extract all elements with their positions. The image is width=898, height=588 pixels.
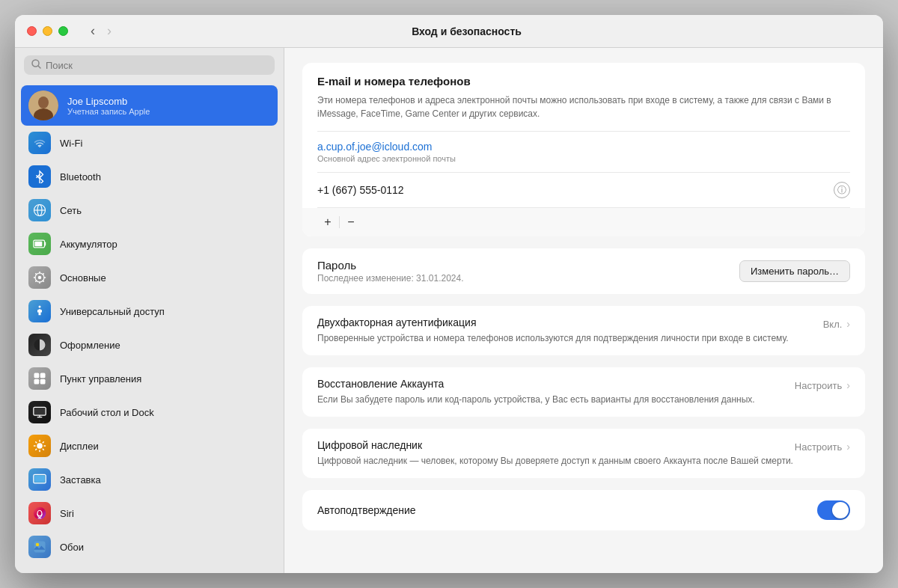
- recovery-row[interactable]: Восстановление Аккаунта Если Вы забудете…: [302, 367, 865, 417]
- remove-button[interactable]: −: [340, 214, 361, 230]
- bluetooth-label: Bluetooth: [60, 171, 101, 183]
- svg-rect-21: [34, 407, 46, 415]
- auto-confirm-toggle[interactable]: [817, 500, 850, 520]
- tfa-title: Двухфакторная аутентификация: [317, 316, 823, 328]
- recovery-chevron-icon: ›: [846, 379, 850, 391]
- sidebar-item-user[interactable]: Joe Lipscomb Учетная запись Apple: [21, 85, 278, 126]
- svg-rect-11: [34, 242, 42, 247]
- close-button[interactable]: [27, 26, 37, 36]
- battery-icon: [28, 233, 51, 255]
- auto-confirm-section-card: Автоподтверждение: [302, 490, 865, 530]
- svg-point-24: [37, 443, 43, 449]
- add-remove-row: + −: [302, 208, 865, 236]
- tfa-left: Двухфакторная аутентификация Проверенные…: [317, 316, 823, 345]
- sidebar-item-siri[interactable]: Siri: [21, 497, 278, 530]
- displays-icon: [28, 435, 51, 457]
- sidebar-list: Joe Lipscomb Учетная запись Apple: [15, 82, 284, 573]
- chevron-right-icon: ›: [846, 318, 850, 330]
- tfa-desc: Проверенные устройства и номера телефоно…: [317, 331, 823, 345]
- svg-rect-26: [34, 476, 44, 482]
- recovery-section-card: Восстановление Аккаунта Если Вы забудете…: [302, 367, 865, 417]
- email-section-card: E-mail и номера телефонов Эти номера тел…: [302, 63, 865, 236]
- heir-desc: Цифровой наследник — человек, которому В…: [317, 454, 795, 468]
- recovery-desc: Если Вы забудете пароль или код-пароль у…: [317, 393, 795, 406]
- wifi-icon: [28, 132, 51, 154]
- avatar: [28, 91, 58, 120]
- sidebar-item-wifi[interactable]: Wi-Fi: [21, 126, 278, 159]
- window-title: Вход и безопасность: [62, 25, 871, 37]
- svg-line-1: [38, 66, 40, 68]
- svg-point-15: [39, 306, 41, 308]
- main-window: ‹ › Вход и безопасность: [15, 15, 883, 573]
- tfa-row[interactable]: Двухфакторная аутентификация Проверенные…: [302, 306, 865, 355]
- appearance-icon: [28, 334, 51, 356]
- auto-confirm-title: Автоподтверждение: [317, 504, 416, 516]
- main-content: E-mail и номера телефонов Эти номера тел…: [284, 48, 883, 573]
- search-wrapper[interactable]: [24, 55, 275, 75]
- search-input[interactable]: [46, 60, 267, 71]
- heir-left: Цифровой наследник Цифровой наследник — …: [317, 439, 795, 468]
- email-sublabel: Основной адрес электронной почты: [317, 154, 456, 163]
- network-icon: [28, 199, 51, 221]
- minimize-button[interactable]: [43, 26, 52, 36]
- user-info: Joe Lipscomb Учетная запись Apple: [67, 96, 150, 116]
- heir-section-card: Цифровой наследник Цифровой наследник — …: [302, 429, 865, 478]
- btn-divider: [339, 216, 340, 228]
- accessibility-label: Универсальный доступ: [60, 306, 165, 317]
- sidebar-item-wallpaper[interactable]: Обои: [21, 530, 278, 563]
- heir-row[interactable]: Цифровой наследник Цифровой наследник — …: [302, 429, 865, 478]
- heir-title: Цифровой наследник: [317, 439, 795, 451]
- network-label: Сеть: [60, 205, 82, 216]
- svg-rect-31: [34, 542, 46, 553]
- info-button[interactable]: ⓘ: [834, 182, 850, 198]
- search-bar-container: [15, 48, 284, 82]
- desktop-icon: [28, 401, 51, 423]
- sidebar-item-general[interactable]: Основные: [21, 261, 278, 294]
- password-title: Пароль: [317, 259, 464, 272]
- user-name: Joe Lipscomb: [67, 96, 150, 107]
- desktop-label: Рабочий стол и Dock: [60, 407, 154, 418]
- wifi-label: Wi-Fi: [60, 138, 82, 149]
- add-button[interactable]: +: [317, 214, 338, 230]
- email-value: a.cup.of.joe@icloud.com: [317, 141, 456, 153]
- wallpaper-label: Обои: [60, 542, 84, 553]
- sidebar-item-battery[interactable]: Аккумулятор: [21, 227, 278, 260]
- recovery-title: Восстановление Аккаунта: [317, 378, 795, 390]
- tfa-status: Вкл.: [823, 319, 843, 330]
- sidebar-item-screensaver[interactable]: Заставка: [21, 463, 278, 496]
- sidebar-item-control[interactable]: Пункт управления: [21, 362, 278, 395]
- change-password-button[interactable]: Изменить пароль…: [739, 260, 850, 282]
- svg-rect-19: [34, 379, 40, 385]
- svg-rect-17: [34, 373, 40, 379]
- screensaver-label: Заставка: [60, 474, 101, 486]
- sidebar-item-bluetooth[interactable]: Bluetooth: [21, 160, 278, 193]
- bluetooth-icon: [28, 165, 51, 188]
- svg-rect-20: [40, 379, 46, 385]
- password-section-card: Пароль Последнее изменение: 31.01.2024. …: [302, 248, 865, 294]
- sidebar: Joe Lipscomb Учетная запись Apple: [15, 48, 284, 573]
- recovery-right: Настроить ›: [795, 378, 850, 391]
- phone-row: +1 (667) 555-0112 ⓘ: [302, 173, 865, 207]
- general-label: Основные: [60, 272, 106, 284]
- sidebar-item-displays[interactable]: Дисплеи: [21, 429, 278, 462]
- control-label: Пункт управления: [60, 373, 141, 385]
- search-icon: [31, 59, 41, 71]
- email-section-desc: Эти номера телефонов и адреса электронно…: [302, 94, 865, 131]
- auto-confirm-row: Автоподтверждение: [302, 490, 865, 530]
- general-icon: [28, 266, 51, 289]
- titlebar: ‹ › Вход и безопасность: [15, 15, 883, 48]
- sidebar-item-network[interactable]: Сеть: [21, 194, 278, 227]
- sidebar-item-accessibility[interactable]: Универсальный доступ: [21, 295, 278, 328]
- siri-label: Siri: [60, 508, 74, 519]
- email-section-title: E-mail и номера телефонов: [302, 63, 865, 94]
- sidebar-item-desktop[interactable]: Рабочий стол и Dock: [21, 396, 278, 429]
- sidebar-item-appearance[interactable]: Оформление: [21, 328, 278, 361]
- heir-right: Настроить ›: [795, 439, 850, 453]
- password-sublabel: Последнее изменение: 31.01.2024.: [317, 273, 464, 284]
- email-row: a.cup.of.joe@icloud.com Основной адрес э…: [302, 132, 865, 172]
- svg-point-32: [36, 543, 40, 547]
- recovery-action: Настроить: [795, 380, 843, 391]
- battery-label: Аккумулятор: [60, 239, 117, 250]
- siri-icon: [28, 502, 51, 524]
- svg-point-13: [38, 276, 42, 280]
